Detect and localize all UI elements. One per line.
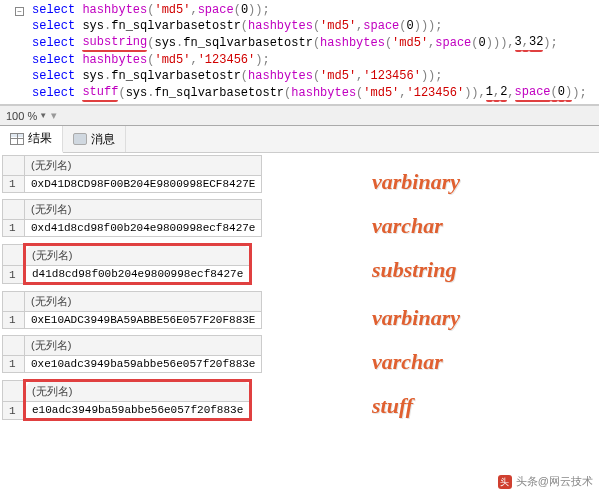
zoom-value: 100 %	[6, 110, 37, 122]
gutter: −	[4, 2, 32, 18]
code-token: ;	[579, 85, 586, 101]
code-token: sys	[82, 68, 104, 84]
cell-value[interactable]: 0xE10ADC3949BA59ABBE56E057F20F883E	[25, 312, 262, 329]
chevron-down-icon: ▼	[39, 111, 47, 120]
code-token: 'md5'	[320, 68, 356, 84]
code-token: (	[147, 35, 154, 51]
code-token: 'md5'	[363, 85, 399, 101]
tab-results[interactable]: 结果	[0, 126, 63, 153]
result-table[interactable]: (无列名)10xd41d8cd98f00b204e9800998ecf8427e	[2, 199, 262, 237]
code-token: ,	[356, 68, 363, 84]
column-header[interactable]: (无列名)	[25, 156, 262, 176]
code-token: '123456'	[407, 85, 465, 101]
code-token: ,	[190, 2, 197, 18]
code-token: 0	[558, 84, 565, 102]
code-token: select	[32, 52, 82, 68]
tab-messages[interactable]: 消息	[63, 126, 126, 152]
code-token: ;	[435, 68, 442, 84]
code-token: select	[32, 68, 82, 84]
annotation-label: substring	[372, 257, 456, 283]
code-token: space	[198, 2, 234, 18]
editor-line[interactable]: select substring(sys.fn_sqlvarbasetostr(…	[0, 34, 599, 52]
code-token: hashbytes	[82, 2, 147, 18]
result-table[interactable]: (无列名)10xD41D8CD98F00B204E9800998ECF8427E	[2, 155, 262, 193]
annotation-label: varchar	[372, 349, 443, 375]
code-token: ))	[248, 2, 262, 18]
code-token: 1	[486, 84, 493, 102]
result-table[interactable]: (无列名)1d41d8cd98f00b204e9800998ecf8427e	[2, 243, 252, 285]
column-header[interactable]: (无列名)	[25, 292, 262, 312]
watermark-icon: 头	[498, 475, 512, 489]
corner-cell	[3, 381, 25, 402]
code-token: ))	[464, 85, 478, 101]
zoom-dropdown[interactable]: 100 % ▼	[6, 110, 47, 122]
cell-value[interactable]: e10adc3949ba59abbe56e057f20f883e	[25, 402, 251, 420]
code-token: (	[241, 68, 248, 84]
results-pane[interactable]: (无列名)10xD41D8CD98F00B204E9800998ECF8427E…	[0, 153, 599, 493]
result-block: (无列名)10xD41D8CD98F00B204E9800998ECF8427E…	[2, 155, 597, 193]
editor-line[interactable]: select stuff(sys.fn_sqlvarbasetostr(hash…	[0, 84, 599, 102]
code-token: ,	[507, 35, 514, 51]
result-table[interactable]: (无列名)10xe10adc3949ba59abbe56e057f20f883e	[2, 335, 262, 373]
corner-cell	[3, 245, 25, 266]
sql-editor[interactable]: −select hashbytes('md5',space(0));select…	[0, 0, 599, 105]
code-token: .	[104, 18, 111, 34]
code-token: ,	[479, 85, 486, 101]
code-token: (	[399, 18, 406, 34]
code-token: 0	[407, 18, 414, 34]
code-token: ,	[399, 85, 406, 101]
column-header[interactable]: (无列名)	[25, 245, 251, 266]
code-token: 'md5'	[154, 52, 190, 68]
column-header[interactable]: (无列名)	[25, 200, 262, 220]
editor-line[interactable]: select hashbytes('md5','123456');	[0, 52, 599, 68]
code-token: (	[234, 2, 241, 18]
code-token: space	[363, 18, 399, 34]
row-number[interactable]: 1	[3, 312, 25, 329]
code-token: ,	[356, 18, 363, 34]
code-token: .	[147, 85, 154, 101]
code-token: )	[255, 52, 262, 68]
code-token: .	[104, 68, 111, 84]
row-number[interactable]: 1	[3, 402, 25, 420]
result-block: (无列名)10xd41d8cd98f00b204e9800998ecf8427e…	[2, 199, 597, 237]
cell-value[interactable]: 0xd41d8cd98f00b204e9800998ecf8427e	[25, 220, 262, 237]
code-token: 3	[515, 34, 522, 52]
code-token: hashbytes	[291, 85, 356, 101]
code-token: (	[551, 84, 558, 102]
code-token: select	[32, 18, 82, 34]
result-block: (无列名)10xE10ADC3949BA59ABBE56E057F20F883E…	[2, 291, 597, 329]
code-token: (	[385, 35, 392, 51]
editor-line[interactable]: −select hashbytes('md5',space(0));	[0, 2, 599, 18]
code-token: ,	[493, 84, 500, 102]
annotation-label: varbinary	[372, 169, 460, 195]
row-number[interactable]: 1	[3, 176, 25, 193]
code-token: ))	[421, 68, 435, 84]
watermark: 头 头条@网云技术	[498, 474, 593, 489]
row-number[interactable]: 1	[3, 220, 25, 237]
code-token: ;	[262, 2, 269, 18]
column-header[interactable]: (无列名)	[25, 336, 262, 356]
cell-value[interactable]: 0xD41D8CD98F00B204E9800998ECF8427E	[25, 176, 262, 193]
code-token: .	[176, 35, 183, 51]
message-icon	[73, 133, 87, 145]
cell-value[interactable]: d41d8cd98f00b204e9800998ecf8427e	[25, 266, 251, 284]
code-token: space	[435, 35, 471, 51]
tab-results-label: 结果	[28, 130, 52, 147]
editor-line[interactable]: select sys.fn_sqlvarbasetostr(hashbytes(…	[0, 68, 599, 84]
cell-value[interactable]: 0xe10adc3949ba59abbe56e057f20f883e	[25, 356, 262, 373]
code-token: (	[118, 85, 125, 101]
editor-line[interactable]: select sys.fn_sqlvarbasetostr(hashbytes(…	[0, 18, 599, 34]
row-number[interactable]: 1	[3, 266, 25, 284]
code-token: '123456'	[198, 52, 256, 68]
column-header[interactable]: (无列名)	[25, 381, 251, 402]
code-token: (	[471, 35, 478, 51]
watermark-text: 头条@网云技术	[516, 474, 593, 489]
code-token: (	[147, 52, 154, 68]
code-token: )))	[414, 18, 436, 34]
row-number[interactable]: 1	[3, 356, 25, 373]
tab-messages-label: 消息	[91, 131, 115, 148]
result-table[interactable]: (无列名)1e10adc3949ba59abbe56e057f20f883e	[2, 379, 252, 421]
result-table[interactable]: (无列名)10xE10ADC3949BA59ABBE56E057F20F883E	[2, 291, 262, 329]
code-token: (	[147, 2, 154, 18]
code-token: '123456'	[363, 68, 421, 84]
